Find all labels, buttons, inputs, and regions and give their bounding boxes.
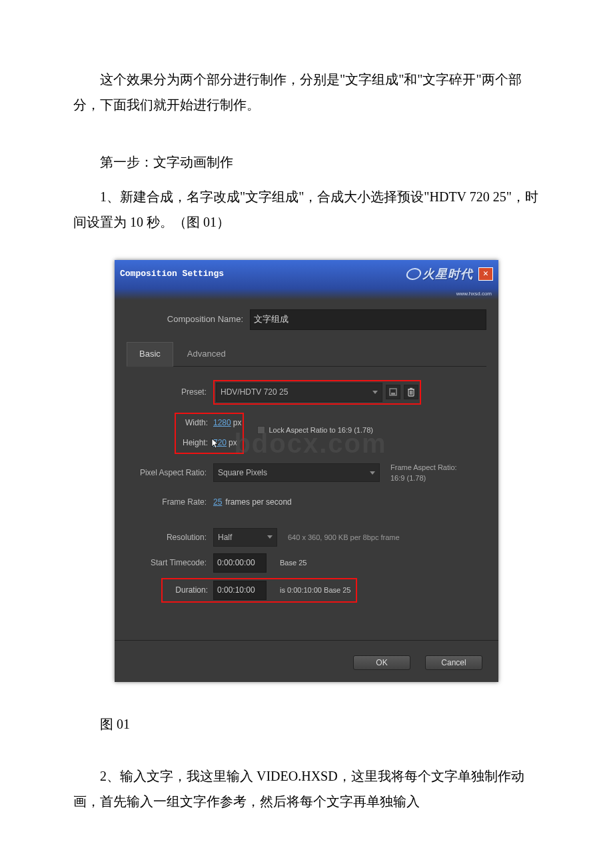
start-timecode-base: Base 25 (280, 556, 306, 570)
height-unit: px (229, 435, 237, 451)
far-line2: 16:9 (1.78) (390, 473, 457, 484)
preset-value: HDV/HDTV 720 25 (221, 385, 288, 400)
lock-aspect-checkbox[interactable] (257, 426, 265, 434)
width-value[interactable]: 1280 (213, 415, 231, 431)
composition-name-input[interactable]: 文字组成 (250, 309, 486, 330)
hxsd-logo: 火星时代 (406, 263, 473, 285)
frame-aspect-ratio-text: Frame Aspect Ratio: 16:9 (1.78) (390, 462, 457, 484)
close-button[interactable]: ✕ (478, 267, 493, 281)
resolution-value: Half (218, 530, 232, 545)
par-dropdown[interactable]: Square Pixels (213, 463, 380, 483)
height-label: Height: (177, 435, 213, 451)
close-icon: ✕ (483, 266, 488, 283)
duration-input[interactable]: 0:00:10:00 (213, 581, 267, 600)
step2-body: 2、输入文字，我这里输入 VIDEO.HXSD，这里我将每个文字单独制作动画，首… (73, 763, 540, 814)
framerate-suffix: frames per second (225, 495, 291, 510)
resolution-dropdown[interactable]: Half (213, 528, 277, 547)
dialog-title-bar: Composition Settings 火星时代 ✕ (115, 260, 498, 289)
document-body: 这个效果分为两个部分进行制作，分别是"文字组成"和"文字碎开"两个部分，下面我们… (0, 0, 613, 846)
screenshot-figure-01: Composition Settings 火星时代 ✕ www.hxsd.com… (73, 260, 540, 682)
start-timecode-input[interactable]: 0:00:00:00 (213, 553, 267, 573)
preset-dropdown[interactable]: HDV/HDTV 720 25 (216, 383, 382, 402)
cancel-button[interactable]: Cancel (425, 655, 482, 670)
far-line1: Frame Aspect Ratio: (390, 462, 457, 473)
framerate-value[interactable]: 25 (213, 495, 222, 510)
logo-sub-url: www.hxsd.com (115, 289, 498, 300)
intro-paragraph: 这个效果分为两个部分进行制作，分别是"文字组成"和"文字碎开"两个部分，下面我们… (73, 67, 540, 117)
framerate-label: Frame Rate: (128, 495, 213, 510)
dialog-footer: OK Cancel (115, 640, 498, 682)
composition-settings-dialog: Composition Settings 火星时代 ✕ www.hxsd.com… (115, 260, 498, 682)
save-icon (389, 388, 397, 396)
width-label: Width: (177, 415, 213, 431)
tab-basic[interactable]: Basic (127, 342, 173, 367)
cursor-icon (211, 438, 220, 450)
start-timecode-label: Start Timecode: (128, 555, 213, 571)
tab-strip: Basic Advanced (127, 342, 486, 367)
save-preset-button[interactable] (386, 385, 400, 399)
logo-text: 火星时代 (422, 263, 473, 285)
svg-rect-1 (391, 393, 395, 395)
width-unit: px (233, 415, 242, 431)
preset-label: Preset: (128, 385, 213, 400)
step1-title: 第一步：文字动画制作 (73, 149, 540, 175)
dialog-body: Composition Name: 文字组成 Basic Advanced Pr… (115, 300, 498, 623)
chevron-down-icon (370, 471, 375, 475)
par-label: Pixel Aspect Ratio: (128, 465, 213, 481)
logo-oval-icon (405, 268, 422, 280)
figure01-caption: 图 01 (73, 711, 540, 737)
chevron-down-icon (372, 391, 378, 394)
dialog-title: Composition Settings (120, 266, 224, 283)
par-value: Square Pixels (218, 465, 267, 481)
tab-advanced[interactable]: Advanced (175, 342, 239, 367)
chevron-down-icon (267, 535, 273, 539)
composition-name-label: Composition Name: (127, 311, 250, 328)
basic-form: Preset: HDV/HDTV 720 25 (127, 373, 486, 611)
duration-label: Duration: (164, 583, 213, 598)
ok-button[interactable]: OK (353, 655, 410, 670)
resolution-label: Resolution: (128, 530, 213, 545)
resolution-hint: 640 x 360, 900 KB per 8bpc frame (288, 531, 400, 545)
trash-icon (407, 387, 415, 397)
delete-preset-button[interactable] (404, 385, 418, 399)
step1-body: 1、新建合成，名字改成"文字组成"，合成大小选择预设"HDTV 720 25"，… (73, 184, 540, 235)
lock-aspect-label: Lock Aspect Ratio to 16:9 (1.78) (269, 423, 373, 437)
duration-hint: is 0:00:10:00 Base 25 (280, 583, 350, 597)
